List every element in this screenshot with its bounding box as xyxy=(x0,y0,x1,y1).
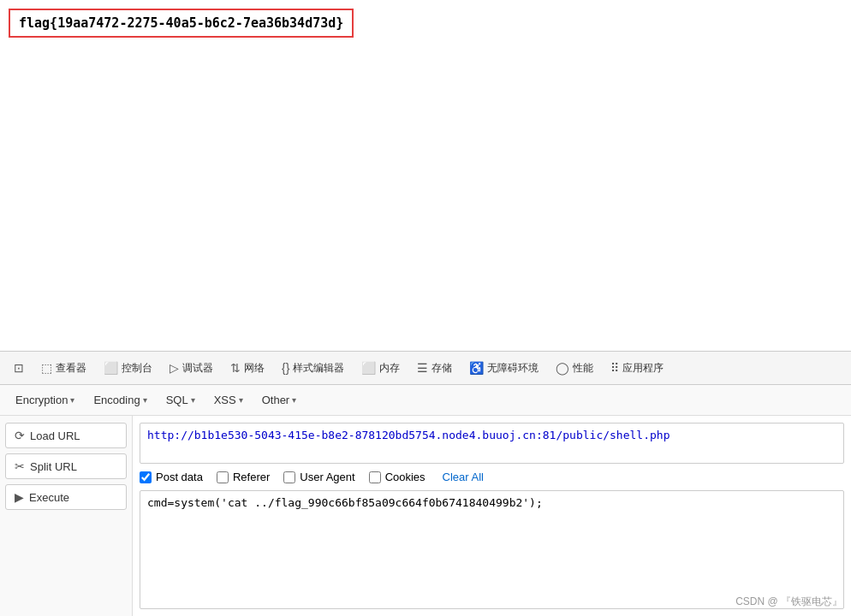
post-data-checkbox[interactable] xyxy=(140,471,152,483)
devtools-tab-inspector[interactable]: ⬚ 查看器 xyxy=(34,358,93,379)
user-agent-checkbox[interactable] xyxy=(283,471,295,483)
encoding-label: Encoding xyxy=(93,394,140,406)
xss-arrow-icon: ▾ xyxy=(239,395,243,405)
style-editor-label: 样式编辑器 xyxy=(293,361,344,376)
network-label: 网络 xyxy=(244,361,265,376)
referer-label: Referer xyxy=(233,471,270,483)
inspector-label: 查看器 xyxy=(56,361,86,376)
encoding-arrow-icon: ▾ xyxy=(143,395,147,405)
post-data-value: cmd=system('cat ../flag_990c66bf85a09c66… xyxy=(147,496,543,509)
flag-display: flag{19aa7472-2275-40a5-b6c2-7ea36b34d73… xyxy=(9,9,354,38)
post-data-checkbox-item[interactable]: Post data xyxy=(140,471,203,483)
style-editor-icon: {} xyxy=(282,361,289,375)
load-url-icon: ⟳ xyxy=(15,429,25,442)
execute-label: Execute xyxy=(29,491,69,504)
cookies-checkbox-item[interactable]: Cookies xyxy=(369,471,426,483)
load-url-button[interactable]: ⟳ Load URL xyxy=(5,423,127,448)
other-menu[interactable]: Other ▾ xyxy=(253,390,306,410)
right-content: http://b1b1e530-5043-415e-b8e2-878120bd5… xyxy=(133,416,851,616)
sql-arrow-icon: ▾ xyxy=(191,395,195,405)
split-url-label: Split URL xyxy=(30,460,77,473)
split-url-button[interactable]: ✂ Split URL xyxy=(5,453,127,479)
devtools-tab-performance[interactable]: ◯ 性能 xyxy=(549,358,600,379)
devtools-tab-accessibility[interactable]: ♿ 无障碍环境 xyxy=(462,358,545,379)
load-url-label: Load URL xyxy=(30,429,80,442)
left-sidebar: ⟳ Load URL ✂ Split URL ▶ Execute xyxy=(0,416,133,616)
clear-all-label: Clear All xyxy=(443,471,484,483)
storage-label: 存储 xyxy=(431,361,452,376)
debugger-icon: ▷ xyxy=(170,361,179,375)
pick-element-icon: ⊡ xyxy=(14,361,24,375)
execute-icon: ▶ xyxy=(15,490,24,504)
url-value: http://b1b1e530-5043-415e-b8e2-878120bd5… xyxy=(147,429,669,441)
devtools-pick-icon[interactable]: ⊡ xyxy=(7,358,31,378)
memory-icon: ⬜ xyxy=(361,361,376,375)
devtools-tab-console[interactable]: ⬜ 控制台 xyxy=(97,358,159,379)
content-area: flag{19aa7472-2275-40a5-b6c2-7ea36b34d73… xyxy=(0,0,851,351)
devtools-tab-style-editor[interactable]: {} 样式编辑器 xyxy=(275,358,351,379)
devtools-toolbar: ⊡ ⬚ 查看器 ⬜ 控制台 ▷ 调试器 ⇅ 网络 {} 样式编辑器 ⬜ 内存 ☰… xyxy=(0,351,851,385)
xss-label: XSS xyxy=(214,394,236,406)
xss-menu[interactable]: XSS ▾ xyxy=(205,390,252,410)
user-agent-label: User Agent xyxy=(300,471,354,483)
other-label: Other xyxy=(262,394,290,406)
url-display[interactable]: http://b1b1e530-5043-415e-b8e2-878120bd5… xyxy=(140,423,844,464)
network-icon: ⇅ xyxy=(230,361,241,375)
encryption-menu[interactable]: Encryption ▾ xyxy=(7,390,83,410)
clear-all-button[interactable]: Clear All xyxy=(443,471,484,483)
referer-checkbox[interactable] xyxy=(217,471,229,483)
accessibility-label: 无障碍环境 xyxy=(487,361,539,376)
sql-menu[interactable]: SQL ▾ xyxy=(158,390,204,410)
devtools-tab-memory[interactable]: ⬜ 内存 xyxy=(354,358,407,379)
post-data-label: Post data xyxy=(156,471,203,483)
application-label: 应用程序 xyxy=(622,361,664,376)
console-label: 控制台 xyxy=(122,361,152,376)
encryption-arrow-icon: ▾ xyxy=(70,395,74,405)
user-agent-checkbox-item[interactable]: User Agent xyxy=(283,471,354,483)
sql-label: SQL xyxy=(166,394,188,406)
split-url-icon: ✂ xyxy=(15,459,25,473)
devtools-tab-network[interactable]: ⇅ 网络 xyxy=(223,358,271,379)
referer-checkbox-item[interactable]: Referer xyxy=(217,471,270,483)
memory-label: 内存 xyxy=(379,361,400,376)
csdn-watermark: CSDN @ 『铁驱电芯』 xyxy=(735,595,842,609)
accessibility-icon: ♿ xyxy=(469,361,484,375)
cookies-label: Cookies xyxy=(385,471,426,483)
encoding-menu[interactable]: Encoding ▾ xyxy=(85,390,155,410)
watermark-text: CSDN @ 『铁驱电芯』 xyxy=(735,595,842,607)
main-panel: ⟳ Load URL ✂ Split URL ▶ Execute http://… xyxy=(0,416,851,616)
application-icon: ⠿ xyxy=(610,361,619,375)
execute-button[interactable]: ▶ Execute xyxy=(5,484,127,510)
console-icon: ⬜ xyxy=(104,361,118,375)
debugger-label: 调试器 xyxy=(182,361,213,376)
encryption-label: Encryption xyxy=(15,394,68,406)
devtools-tab-debugger[interactable]: ▷ 调试器 xyxy=(163,358,220,379)
storage-icon: ☰ xyxy=(417,361,428,375)
post-data-area[interactable]: cmd=system('cat ../flag_990c66bf85a09c66… xyxy=(140,490,844,609)
inspector-icon: ⬚ xyxy=(41,361,52,375)
plugin-toolbar: Encryption ▾ Encoding ▾ SQL ▾ XSS ▾ Othe… xyxy=(0,385,851,416)
checkboxes-row: Post data Referer User Agent Cookies Cle… xyxy=(140,471,844,483)
performance-icon: ◯ xyxy=(556,361,569,375)
devtools-tab-storage[interactable]: ☰ 存储 xyxy=(410,358,459,379)
cookies-checkbox[interactable] xyxy=(369,471,381,483)
flag-text: flag{19aa7472-2275-40a5-b6c2-7ea36b34d73… xyxy=(19,15,343,31)
other-arrow-icon: ▾ xyxy=(292,395,296,405)
devtools-tab-application[interactable]: ⠿ 应用程序 xyxy=(604,358,670,379)
performance-label: 性能 xyxy=(573,361,593,376)
